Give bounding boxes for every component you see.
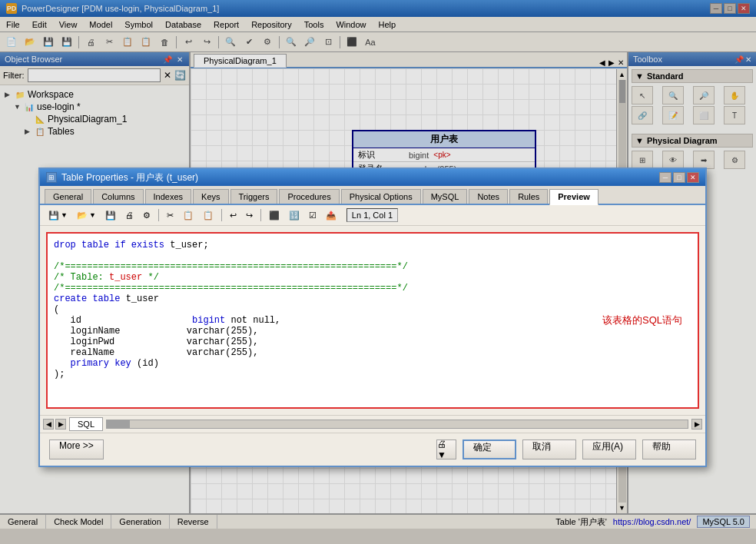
dialog-tb-sep-3: [260, 209, 261, 221]
dialog-close-button[interactable]: ✕: [687, 172, 699, 183]
dialog-tb-print-btn[interactable]: 🖨: [121, 207, 138, 223]
sql-line-10: loginPwd varchar(255),: [54, 337, 691, 347]
tab-rules[interactable]: Rules: [509, 189, 548, 204]
sql-line-9: loginName varchar(255),: [54, 326, 691, 337]
ln-col-indicator: Ln 1, Col 1: [346, 208, 398, 222]
sql-hscroll-thumb: [107, 420, 130, 428]
scroll-tab-left-icon[interactable]: ◀: [43, 419, 54, 430]
apply-button[interactable]: 应用(A): [582, 440, 636, 459]
tab-mysql[interactable]: MySQL: [423, 189, 468, 204]
dialog-tb-wrap-btn[interactable]: ⬛: [265, 207, 284, 223]
dialog-tb-redo-btn[interactable]: ↪: [242, 207, 257, 223]
table-properties-dialog: ⊞ Table Properties - 用户表 (t_user) ─ □ ✕ …: [38, 168, 707, 467]
sql-line-1: drop table if exists t_user;: [54, 240, 691, 250]
tab-physical-options[interactable]: Physical Options: [341, 189, 421, 204]
tab-notes[interactable]: Notes: [469, 189, 508, 204]
dialog-icon: ⊞: [46, 172, 57, 183]
dialog-tb-check-btn[interactable]: ☑: [305, 207, 320, 223]
sql-content-area[interactable]: drop table if exists t_user; /*=========…: [46, 232, 699, 409]
scroll-tabs-bar: ◀ ▶ SQL ▶: [40, 415, 705, 433]
tab-columns[interactable]: Columns: [93, 189, 143, 204]
dialog-toolbar: 💾▼ 📂▼ 💾 🖨 ⚙ ✂ 📋 📋 ↩ ↪ ⬛ 🔢 ☑ 📤 Ln 1, Col …: [40, 205, 705, 226]
sql-line-3: /*======================================…: [54, 261, 691, 272]
sql-line-13: );: [54, 369, 691, 380]
dialog-tb-save2-btn[interactable]: 💾: [101, 207, 120, 223]
dialog-tb-undo-btn[interactable]: ↩: [226, 207, 240, 223]
dialog-tb-gen-btn[interactable]: ⚙: [139, 207, 154, 223]
more-button[interactable]: More >>: [49, 440, 104, 459]
sql-line-6: create table t_user: [54, 294, 691, 304]
sql-line-8: id bigint not null,: [54, 315, 691, 326]
dialog-tb-num-btn[interactable]: 🔢: [285, 207, 303, 223]
dialog-tb-sep-1: [158, 209, 159, 221]
sql-line-7: (: [54, 304, 691, 315]
dialog-tb-open-btn[interactable]: 📂▼: [73, 207, 100, 223]
tab-indexes[interactable]: Indexes: [145, 189, 192, 204]
tab-keys[interactable]: Keys: [193, 189, 228, 204]
dialog-buttons-row: More >> 🖨 ▼ 确定 取消 应用(A) 帮助: [40, 433, 705, 466]
cancel-button[interactable]: 取消: [522, 440, 576, 459]
dialog-restore-button[interactable]: □: [673, 172, 685, 183]
sql-line-5: /*======================================…: [54, 283, 691, 294]
dialog-tb-cut-btn[interactable]: ✂: [163, 207, 177, 223]
sql-line-12: primary key (id): [54, 358, 691, 369]
sql-annotation: 该表格的SQL语句: [602, 313, 682, 327]
hscroll-right-icon[interactable]: ▶: [691, 419, 702, 430]
print-options-button[interactable]: 🖨 ▼: [436, 440, 456, 459]
dialog-title: Table Properties - 用户表 (t_user): [61, 171, 198, 184]
dialog-tab-bar: General Columns Indexes Keys Triggers Pr…: [40, 186, 705, 205]
sql-line-11: realName varchar(255),: [54, 347, 691, 358]
dialog-title-bar: ⊞ Table Properties - 用户表 (t_user) ─ □ ✕: [40, 169, 705, 186]
sql-line-4: /* Table: t_user */: [54, 272, 691, 283]
dialog-tb-sep-2: [221, 209, 222, 221]
dialog-tb-copy-btn[interactable]: 📋: [179, 207, 197, 223]
modal-overlay: ⊞ Table Properties - 用户表 (t_user) ─ □ ✕ …: [0, 0, 756, 544]
dialog-minimize-button[interactable]: ─: [659, 172, 671, 183]
scroll-tab-right-icon[interactable]: ▶: [55, 419, 66, 430]
help-button[interactable]: 帮助: [642, 440, 696, 459]
dialog-tb-save-btn[interactable]: 💾▼: [45, 207, 71, 223]
tab-preview[interactable]: Preview: [549, 189, 598, 205]
dialog-tb-paste-btn[interactable]: 📋: [199, 207, 217, 223]
confirm-button[interactable]: 确定: [463, 440, 516, 459]
sql-hscroll[interactable]: [106, 420, 688, 429]
sql-line-2: [54, 250, 691, 261]
scroll-tab-sql[interactable]: SQL: [69, 417, 103, 431]
tab-general[interactable]: General: [45, 189, 91, 204]
tab-triggers[interactable]: Triggers: [230, 189, 278, 204]
dialog-tb-export-btn[interactable]: 📤: [322, 207, 340, 223]
tab-procedures[interactable]: Procedures: [279, 189, 339, 204]
